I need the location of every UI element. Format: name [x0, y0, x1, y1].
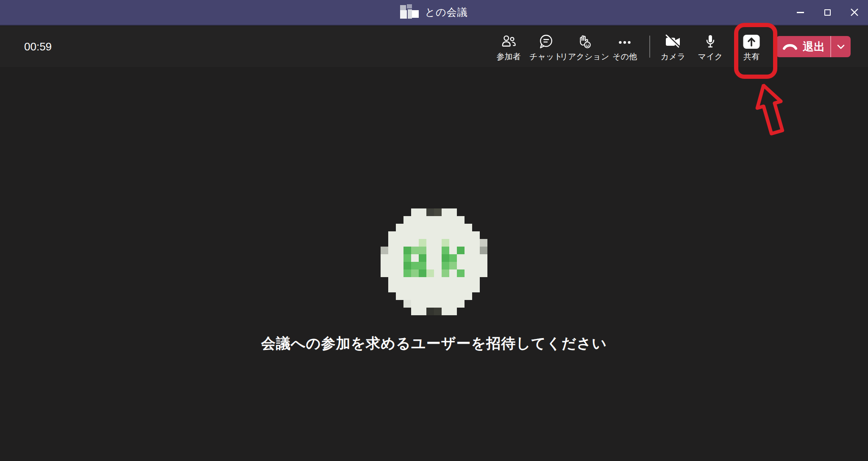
hand-smiley-icon — [576, 33, 593, 50]
chevron-down-icon — [837, 44, 845, 50]
minimize-icon — [797, 12, 804, 13]
share-label: 共有 — [743, 53, 760, 61]
window-title-group: との会議 — [400, 4, 467, 20]
ellipsis-icon — [617, 33, 633, 50]
maximize-button[interactable] — [814, 0, 841, 25]
window-controls — [787, 0, 868, 25]
more-label: その他 — [612, 53, 637, 61]
camera-button[interactable]: カメラ — [654, 30, 692, 64]
camera-off-icon — [665, 33, 682, 50]
mic-button[interactable]: マイク — [692, 30, 729, 64]
leave-main[interactable]: 退出 — [776, 36, 830, 57]
meeting-timer: 00:59 — [24, 40, 52, 53]
share-arrow-icon — [743, 33, 760, 50]
chat-button[interactable]: チャット — [527, 30, 565, 64]
leave-label: 退出 — [803, 39, 825, 54]
meeting-stage: 会議への参加を求めるユーザーを招待してください — [0, 67, 868, 461]
chat-label: チャット — [529, 53, 562, 61]
participants-button[interactable]: 参加者 — [490, 30, 527, 64]
participants-label: 参加者 — [497, 53, 521, 61]
titlebar: との会議 — [0, 0, 868, 25]
toolbar-divider — [649, 36, 650, 58]
maximize-icon — [824, 9, 831, 16]
camera-label: カメラ — [661, 53, 685, 61]
mic-label: マイク — [698, 53, 723, 61]
reactions-label: リアクション — [560, 53, 609, 61]
hangup-phone-icon — [782, 42, 798, 51]
invite-message: 会議への参加を求めるユーザーを招待してください — [0, 334, 868, 353]
window-title: との会議 — [425, 6, 467, 19]
people-icon — [501, 33, 517, 50]
close-button[interactable] — [841, 0, 868, 25]
leave-button[interactable]: 退出 — [776, 36, 851, 57]
reactions-button[interactable]: リアクション — [565, 30, 604, 64]
more-button[interactable]: その他 — [604, 30, 645, 64]
minimize-button[interactable] — [787, 0, 814, 25]
redacted-name-blob — [400, 4, 420, 20]
teams-meeting-window: との会議 00:59 — [0, 0, 868, 461]
close-icon — [850, 8, 859, 17]
leave-options-button[interactable] — [831, 36, 851, 57]
chat-bubble-icon — [538, 33, 554, 50]
share-button[interactable]: 共有 — [731, 30, 772, 64]
avatar — [381, 208, 487, 315]
meeting-toolbar: 00:59 参加者 — [0, 26, 868, 67]
microphone-icon — [703, 33, 718, 50]
